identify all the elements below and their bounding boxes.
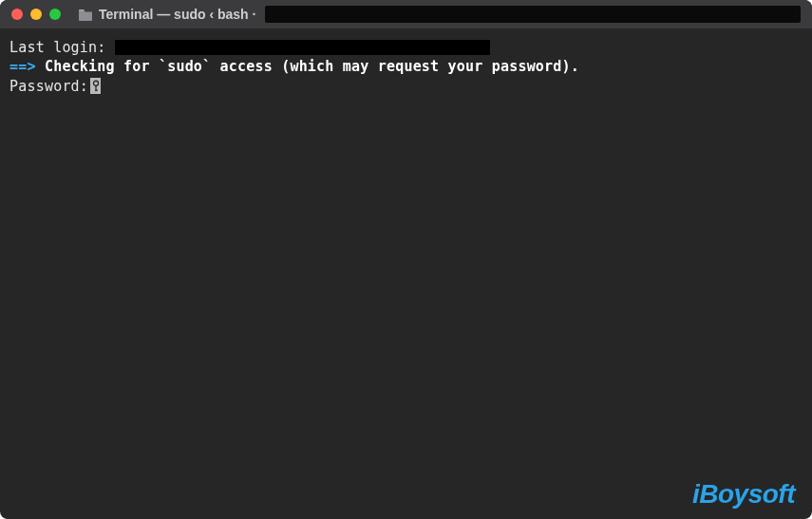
- watermark: iBoysoft: [692, 479, 795, 510]
- last-login-line: Last login:: [9, 38, 803, 57]
- key-icon: [92, 80, 100, 93]
- titlebar[interactable]: Terminal — sudo ‹ bash ·: [0, 0, 812, 28]
- title-wrap: Terminal — sudo ‹ bash ·: [78, 6, 801, 23]
- password-label: Password:: [9, 77, 88, 96]
- password-prompt-line: Password:: [9, 77, 803, 96]
- maximize-window-button[interactable]: [49, 9, 61, 20]
- last-login-redacted: [115, 40, 490, 55]
- window-title: Terminal — sudo ‹ bash ·: [99, 7, 255, 22]
- folder-icon: [78, 8, 93, 21]
- traffic-lights: [11, 9, 61, 20]
- last-login-label: Last login:: [9, 38, 106, 57]
- password-input-cursor[interactable]: [90, 78, 101, 94]
- svg-point-0: [93, 81, 98, 85]
- terminal-window: Terminal — sudo ‹ bash · Last login: ==>…: [0, 0, 812, 519]
- sudo-check-line: ==> Checking for `sudo` access (which ma…: [9, 57, 803, 76]
- minimize-window-button[interactable]: [30, 9, 42, 20]
- terminal-body[interactable]: Last login: ==> Checking for `sudo` acce…: [0, 28, 812, 105]
- title-redacted-region: [265, 6, 801, 23]
- svg-rect-2: [95, 89, 98, 90]
- prompt-arrow: ==>: [9, 57, 36, 76]
- close-window-button[interactable]: [11, 9, 23, 20]
- sudo-check-message: Checking for `sudo` access (which may re…: [45, 57, 579, 76]
